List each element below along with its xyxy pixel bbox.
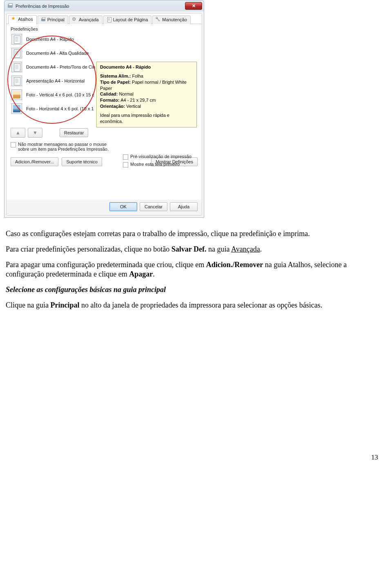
document-icon [11, 76, 22, 86]
preset-tooltip: Documento A4 - Rápido Sistema Alim.: Fol… [96, 62, 197, 127]
preset-label: Foto - Vertical 4 x 6 pol. (10 x 15 c [26, 92, 94, 97]
arrow-down-icon: ▼ [33, 130, 38, 136]
checkbox-icon [11, 142, 16, 147]
move-down-button[interactable]: ▼ [28, 128, 42, 138]
document-icon [11, 62, 22, 72]
tab-label: Layout de Página [113, 17, 148, 22]
wrench-icon [155, 17, 161, 22]
preset-label: Foto - Horizontal 4 x 6 pol. (10 x 1 [26, 106, 94, 111]
tab-label: Principal [47, 17, 65, 22]
checkbox-label: Não mostrar mensagens ao passar o mouse … [18, 142, 116, 152]
checkbox-hide-messages[interactable]: Não mostrar mensagens ao passar o mouse … [11, 142, 198, 152]
preset-label: Apresentação A4 - Horizontal [26, 78, 85, 83]
preset-label: Documento A4 - Rápido [26, 37, 74, 42]
titlebar[interactable]: Preferências de Impressão ✕ [4, 0, 204, 11]
page-icon [106, 17, 112, 22]
document-icon [11, 34, 22, 45]
tab-layout[interactable]: Layout de Página [103, 16, 152, 24]
page-number: 13 [4, 453, 380, 462]
dialog-title: Preferências de Impressão [16, 4, 69, 9]
section-subhead: Selecione as configurações básicas na gu… [6, 285, 372, 295]
help-button[interactable]: Ajuda [170, 202, 198, 211]
close-icon: ✕ [192, 3, 196, 9]
checkbox-preview[interactable]: Pré-visualização de impressão [123, 154, 192, 160]
paragraph: Para criar predefinições personalizadas,… [6, 245, 372, 254]
star-icon [11, 16, 17, 22]
move-up-button[interactable]: ▲ [11, 128, 25, 138]
document-body: Caso as configurações estejam corretas p… [6, 229, 372, 310]
ok-button[interactable]: OK [109, 202, 137, 211]
checkbox-icon [123, 154, 128, 160]
photo-icon [11, 103, 22, 114]
add-remove-button[interactable]: Adicion./Remover... [11, 157, 58, 166]
paragraph: Para apagar uma configuração predetermin… [6, 260, 372, 280]
cancel-button[interactable]: Cancelar [140, 202, 167, 211]
tab-atalhos[interactable]: Atalhos [8, 15, 37, 24]
printer-icon [7, 3, 13, 9]
tab-label: Avançada [79, 17, 99, 22]
paragraph: Caso as configurações estejam corretas p… [6, 229, 372, 239]
photo-icon [11, 89, 22, 100]
preset-label: Documento A4 - Preto/Tons de Cin [26, 65, 95, 69]
checkbox-label: Pré-visualização de impressão [130, 154, 192, 159]
tab-label: Manutenção [162, 17, 187, 22]
arrow-up-icon: ▲ [16, 130, 20, 136]
tab-label: Atalhos [18, 17, 33, 22]
close-button[interactable]: ✕ [185, 2, 202, 10]
tooltip-title: Documento A4 - Rápido [100, 64, 193, 70]
printer-icon [40, 17, 46, 22]
restore-button[interactable]: Restaurar [60, 128, 88, 137]
presets-heading: Predefinições [11, 27, 198, 31]
document-icon [11, 48, 22, 58]
checkbox-show-first[interactable]: Mostre esta tela primeiro [123, 162, 192, 167]
tooltip-description: Ideal para uma impressão rápida e econôm… [100, 112, 193, 125]
dialog-footer: OK Cancelar Ajuda [7, 200, 202, 215]
preset-label: Documento A4 - Alta Qualidade [26, 51, 89, 56]
paragraph: Clique na guia Principal no alto da jane… [6, 301, 372, 310]
support-button[interactable]: Suporte técnico [62, 157, 102, 166]
tab-manutencao[interactable]: Manutenção [152, 16, 191, 24]
checkbox-label: Mostre esta tela primeiro [130, 162, 180, 167]
preset-item[interactable]: Documento A4 - Alta Qualidade [11, 46, 198, 60]
gear-icon [72, 17, 78, 22]
print-preferences-dialog: Preferências de Impressão ✕ Atalhos Prin… [4, 0, 204, 218]
checkbox-icon [123, 162, 128, 167]
tabs: Atalhos Principal Avançada Layout de Pág… [7, 13, 202, 24]
tab-avancada[interactable]: Avançada [69, 16, 102, 24]
tab-principal[interactable]: Principal [38, 16, 68, 24]
preset-item[interactable]: Documento A4 - Rápido [11, 32, 198, 46]
